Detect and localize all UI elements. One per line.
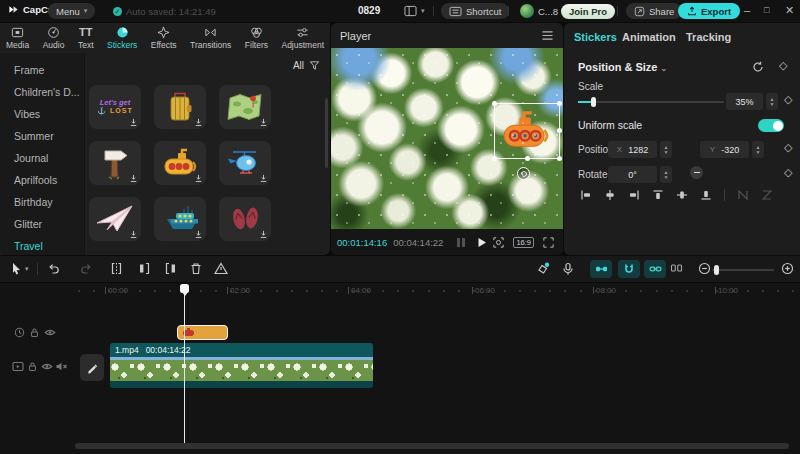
delete-icon[interactable] xyxy=(190,262,202,275)
timeline-zoom-out-icon[interactable] xyxy=(698,262,711,275)
cover-edit-button[interactable] xyxy=(80,354,104,381)
scale-value-field[interactable]: 35% xyxy=(726,93,763,110)
timeline-zoom-slider[interactable] xyxy=(712,269,774,271)
position-y-field[interactable]: Y -320 xyxy=(700,141,749,158)
track1-duration-icon[interactable] xyxy=(14,327,25,338)
video-preview[interactable] xyxy=(331,48,563,229)
delete-right-icon[interactable] xyxy=(164,262,177,275)
scale-stepper[interactable]: ▲▼ xyxy=(766,93,778,110)
tab-stickers[interactable]: Stickers xyxy=(107,26,137,53)
sticker-signpost[interactable] xyxy=(89,141,141,185)
category-childrens-day[interactable]: Children's D... xyxy=(0,81,84,103)
sticker-map[interactable] xyxy=(219,85,271,129)
reset-icon[interactable] xyxy=(752,61,764,73)
track1-lock-icon[interactable] xyxy=(29,327,40,338)
play-button[interactable] xyxy=(477,237,487,248)
track2-video-icon[interactable] xyxy=(12,361,24,372)
undo-icon[interactable] xyxy=(47,262,60,275)
category-vibes[interactable]: Vibes xyxy=(0,103,84,125)
category-birthday[interactable]: Birthday xyxy=(0,191,84,213)
sticker-filter[interactable]: All xyxy=(293,60,320,71)
category-aprilfools[interactable]: Aprilfools xyxy=(0,169,84,191)
menu-button[interactable]: Menu▾ xyxy=(48,3,95,19)
delete-left-icon[interactable] xyxy=(138,262,151,275)
download-icon[interactable] xyxy=(259,174,268,183)
record-voiceover-icon[interactable] xyxy=(562,262,574,276)
uniform-scale-toggle[interactable] xyxy=(758,119,784,132)
tab-inspector-stickers[interactable]: Stickers xyxy=(574,31,617,43)
tab-text[interactable]: TT Text xyxy=(78,26,94,53)
resize-handle[interactable] xyxy=(557,101,562,106)
download-icon[interactable] xyxy=(129,230,138,239)
align-center-vertical-icon[interactable] xyxy=(670,189,694,201)
sticker-flip-flops[interactable] xyxy=(219,197,271,241)
track1-hide-icon[interactable] xyxy=(44,327,56,338)
align-right-icon[interactable] xyxy=(622,189,646,201)
share-button[interactable]: Share xyxy=(626,3,682,19)
magnetic-snap-toggle[interactable] xyxy=(618,260,640,278)
split-icon[interactable] xyxy=(110,262,123,275)
auto-ripple-toggle[interactable] xyxy=(590,260,612,278)
warning-triangle-icon[interactable] xyxy=(214,262,228,275)
maximize-button[interactable]: □ xyxy=(764,3,769,17)
tab-inspector-animation[interactable]: Animation xyxy=(622,31,676,43)
download-icon[interactable] xyxy=(259,230,268,239)
timeline-zoom-in-icon[interactable] xyxy=(781,262,794,275)
playhead-handle[interactable] xyxy=(180,284,189,293)
player-menu-icon[interactable] xyxy=(541,30,554,41)
join-pro-button[interactable]: Join Pro xyxy=(561,4,615,19)
account-button[interactable]: C...8 xyxy=(520,4,558,18)
scale-slider[interactable] xyxy=(578,101,724,103)
category-frame[interactable]: Frame xyxy=(0,59,84,81)
keyframe-icon[interactable]: ◇ xyxy=(784,166,792,179)
position-y-stepper[interactable]: ▲▼ xyxy=(752,141,764,158)
tab-adjustment[interactable]: Adjustment xyxy=(281,26,324,53)
smart-tools-icon[interactable] xyxy=(536,262,550,276)
video-clip[interactable]: 1.mp4 00:04:14:22 xyxy=(110,343,373,388)
keyframe-icon[interactable]: ◇ xyxy=(779,59,787,72)
keyframe-icon[interactable]: ◇ xyxy=(784,93,792,106)
sticker-ship[interactable] xyxy=(154,197,206,241)
resize-handle[interactable] xyxy=(492,156,497,161)
track2-mute-icon[interactable] xyxy=(55,361,68,372)
category-summer[interactable]: Summer xyxy=(0,125,84,147)
aspect-ratio-button[interactable]: 16:9 xyxy=(513,237,534,248)
sticker-suitcase[interactable] xyxy=(154,85,206,129)
rotate-stepper[interactable]: ▲▼ xyxy=(660,166,672,183)
export-button[interactable]: Export xyxy=(678,3,740,19)
category-glitter[interactable]: Glitter xyxy=(0,213,84,235)
track2-hide-icon[interactable] xyxy=(41,361,53,372)
download-icon[interactable] xyxy=(129,174,138,183)
resize-handle[interactable] xyxy=(492,101,497,106)
track2-lock-icon[interactable] xyxy=(27,361,38,372)
rotate-dial[interactable] xyxy=(690,166,703,179)
minimize-button[interactable]: – xyxy=(744,3,750,17)
scale-slider-thumb[interactable] xyxy=(591,97,596,107)
sticker-scrollbar[interactable] xyxy=(325,98,328,168)
resize-handle[interactable] xyxy=(525,156,530,161)
tab-inspector-tracking[interactable]: Tracking xyxy=(686,31,731,43)
rotate-handle[interactable] xyxy=(517,167,530,180)
resize-handle[interactable] xyxy=(557,156,562,161)
tab-media[interactable]: Media xyxy=(6,26,29,53)
tab-filters[interactable]: Filters xyxy=(245,26,268,53)
tab-transitions[interactable]: Transitions xyxy=(190,26,231,53)
align-center-horizontal-icon[interactable] xyxy=(598,189,622,201)
chevron-down-icon[interactable]: ▾ xyxy=(25,265,29,273)
align-top-icon[interactable] xyxy=(646,189,670,201)
align-bottom-icon[interactable] xyxy=(694,189,718,201)
rotate-field[interactable]: 0° xyxy=(608,166,657,183)
sticker-submarine[interactable] xyxy=(154,141,206,185)
section-position-size[interactable]: Position & Size ⌄ xyxy=(578,61,667,73)
preview-focus-icon[interactable] xyxy=(492,236,505,249)
pause-icon[interactable] xyxy=(457,238,465,247)
resize-handle[interactable] xyxy=(557,128,562,133)
sticker-lets-get-lost[interactable]: Let's get ⚓ LOST xyxy=(89,85,141,129)
sticker-paper-plane[interactable] xyxy=(89,197,141,241)
tab-effects[interactable]: Effects xyxy=(151,26,177,53)
shortcut-button[interactable]: Shortcut xyxy=(441,3,509,19)
download-icon[interactable] xyxy=(194,118,203,127)
fullscreen-icon[interactable] xyxy=(542,236,555,249)
download-icon[interactable] xyxy=(194,230,203,239)
sticker-selection-box[interactable] xyxy=(494,103,560,159)
